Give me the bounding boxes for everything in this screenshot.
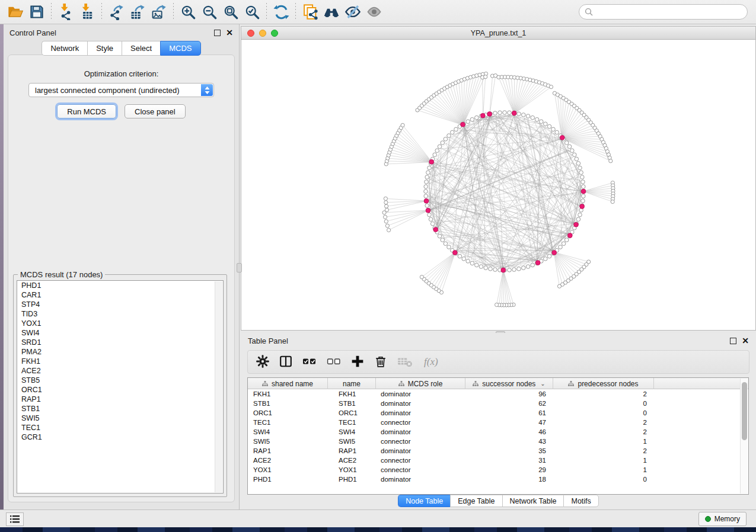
table-row[interactable]: SWI4SWI4dominator462	[248, 427, 748, 437]
table-row[interactable]: FKH1FKH1dominator962	[248, 389, 748, 399]
export-network-button[interactable]	[106, 2, 127, 22]
tab-select[interactable]: Select	[122, 41, 160, 56]
mcds-result-item[interactable]: PHD1	[17, 281, 223, 290]
table-row[interactable]: SWI5SWI5connector431	[248, 437, 748, 446]
tab-network-table[interactable]: Network Table	[502, 495, 564, 507]
column-header-MCDS-role[interactable]: MCDS role	[376, 378, 465, 389]
mcds-result-item[interactable]: FKH1	[17, 357, 223, 366]
mcds-result-item[interactable]: STB5	[17, 376, 223, 385]
tab-motifs[interactable]: Motifs	[563, 495, 598, 507]
mcds-result-item[interactable]: SWI4	[17, 328, 223, 338]
import-table-icon	[79, 4, 95, 20]
node-table: shared namenameMCDS rolesuccessor nodes⌄…	[247, 377, 749, 495]
network-view-frame: YPA_prune.txt_1	[241, 26, 756, 331]
cell-predecessor-nodes: 1	[553, 466, 654, 473]
close-panel-button[interactable]: Close panel	[125, 104, 186, 118]
zoom-selected-button[interactable]	[241, 2, 263, 22]
delete-selection-button[interactable]	[374, 355, 387, 370]
mcds-result-item[interactable]: STB1	[17, 404, 223, 414]
table-row[interactable]: RAP1RAP1dominator352	[248, 446, 748, 456]
select-all-button[interactable]	[302, 355, 317, 370]
mcds-result-item[interactable]: ORC1	[17, 385, 223, 395]
table-row[interactable]: ACE2ACE2connector311	[248, 456, 748, 465]
search-box[interactable]	[579, 4, 748, 20]
float-panel-icon[interactable]	[214, 30, 221, 36]
close-table-panel-icon[interactable]: ✕	[742, 338, 749, 344]
tab-network[interactable]: Network	[42, 41, 87, 56]
column-layout-button[interactable]	[279, 355, 292, 370]
network-column-icon	[568, 380, 574, 388]
refresh-button[interactable]	[270, 2, 292, 22]
tab-edge-table[interactable]: Edge Table	[450, 495, 502, 507]
zoom-out-button[interactable]	[199, 2, 220, 22]
toolbar-separator	[173, 3, 174, 21]
vertical-splitter-grip[interactable]	[237, 263, 242, 273]
mcds-result-item[interactable]: RAP1	[17, 395, 223, 404]
open-file-button[interactable]	[5, 2, 26, 22]
add-column-button[interactable]	[351, 355, 364, 370]
mcds-result-item[interactable]: ACE2	[17, 366, 223, 376]
run-mcds-button[interactable]: Run MCDS	[57, 104, 116, 118]
mcds-result-item[interactable]: GCR1	[17, 432, 223, 442]
export-table-button[interactable]	[127, 2, 148, 22]
column-header-name[interactable]: name	[328, 378, 376, 389]
float-table-panel-icon[interactable]	[730, 338, 736, 344]
tab-style[interactable]: Style	[87, 41, 122, 56]
tab-node-table[interactable]: Node Table	[398, 495, 450, 507]
search-input[interactable]	[593, 6, 747, 18]
mcds-result-item[interactable]: SWI5	[17, 414, 223, 423]
save-session-button[interactable]	[26, 2, 47, 22]
mcds-result-item[interactable]: SRD1	[17, 338, 223, 347]
close-panel-icon[interactable]: ✕	[226, 30, 233, 36]
mcds-result-item[interactable]: TEC1	[17, 423, 223, 432]
table-settings-button[interactable]	[256, 355, 269, 370]
mcds-result-item[interactable]: YOX1	[17, 319, 223, 328]
column-header-successor-nodes[interactable]: successor nodes⌄	[465, 378, 553, 389]
mcds-result-item[interactable]: CAR1	[17, 290, 223, 300]
tab-mcds[interactable]: MCDS	[160, 41, 200, 56]
table-scrollbar[interactable]	[740, 379, 748, 493]
import-table-button[interactable]	[76, 2, 98, 22]
zoom-fit-button[interactable]	[220, 2, 241, 22]
status-bar: Memory	[0, 509, 756, 527]
table-scrollbar-thumb[interactable]	[742, 382, 747, 440]
mcds-result-list[interactable]: PHD1CAR1STP4TID3YOX1SWI4SRD1PMA2FKH1ACE2…	[17, 280, 224, 493]
column-header-shared-name[interactable]: shared name	[248, 378, 328, 389]
zoom-fit-icon	[223, 4, 239, 20]
export-image-button[interactable]	[148, 2, 170, 22]
table-row[interactable]: ORC1ORC1dominator610	[248, 408, 748, 418]
network-canvas[interactable]	[241, 40, 755, 330]
network-graph[interactable]	[241, 40, 755, 330]
cell-predecessor-nodes: 2	[553, 428, 654, 435]
export-table-icon	[129, 4, 146, 20]
clone-network-button[interactable]	[299, 2, 321, 22]
network-titlebar[interactable]: YPA_prune.txt_1	[241, 27, 755, 40]
hide-selected-button[interactable]	[342, 2, 363, 22]
column-header-predecessor-nodes[interactable]: predecessor nodes	[553, 378, 654, 389]
mcds-result-item[interactable]: TID3	[17, 309, 223, 319]
select-all-icon	[302, 355, 317, 370]
mcds-result-item[interactable]: PMA2	[17, 347, 223, 357]
zoom-in-button[interactable]	[177, 2, 199, 22]
table-row[interactable]: STB1STB1dominator620	[248, 399, 748, 408]
search-icon	[585, 8, 593, 16]
mcds-list-scrollbar[interactable]	[215, 281, 222, 492]
zoom-out-icon	[202, 4, 218, 20]
table-row[interactable]: YOX1YOX1connector291	[248, 465, 748, 475]
table-row[interactable]: TEC1TEC1connector472	[248, 418, 748, 427]
cell-predecessor-nodes: 0	[553, 400, 654, 407]
cell-successor-nodes: 46	[465, 428, 553, 435]
mcds-result-item[interactable]: STP4	[17, 300, 223, 309]
deselect-all-button[interactable]	[327, 355, 341, 370]
first-neighbors-button[interactable]	[321, 2, 342, 22]
memory-button[interactable]: Memory	[698, 512, 747, 526]
table-row[interactable]: PHD1PHD1dominator180	[248, 475, 748, 484]
optimization-criterion-select[interactable]: largest connected component (undirected)	[28, 83, 214, 97]
cell-predecessor-nodes: 2	[553, 390, 654, 398]
task-history-button[interactable]	[6, 512, 24, 526]
optimization-criterion-value: largest connected component (undirected)	[35, 86, 180, 95]
select-stepper-icon	[201, 84, 213, 96]
import-network-button[interactable]	[55, 2, 76, 22]
cell-shared-name: SWI5	[248, 438, 328, 445]
main-toolbar	[0, 0, 756, 24]
